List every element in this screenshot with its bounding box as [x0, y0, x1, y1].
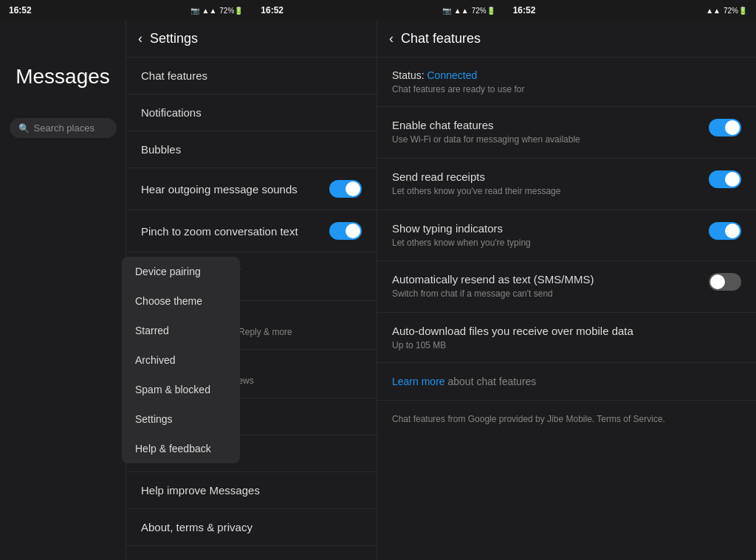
chat-status-section: Status: Connected Chat features are read… [377, 58, 756, 107]
time-2: 16:52 [261, 5, 284, 15]
panel-messages: Messages 🔍 Search places Device pairing … [0, 21, 126, 560]
dropdown-device-pairing[interactable]: Device pairing [122, 257, 240, 286]
time-3: 16:52 [513, 5, 536, 15]
settings-item-title-4: Pinch to zoom conversation text [141, 225, 298, 238]
settings-item-title-11: About, terms & privacy [141, 521, 252, 533]
chat-features-back-icon[interactable]: ‹ [389, 31, 394, 46]
settings-item-about[interactable]: About, terms & privacy [126, 509, 377, 546]
settings-item-title-3: Hear outgoing message sounds [141, 183, 298, 196]
chat-feature-subtitle-0: Use Wi-Fi or data for messaging when ava… [392, 134, 701, 146]
status-line: Status: Connected [392, 69, 741, 81]
learn-more-after: about chat features [445, 376, 537, 387]
learn-more-link[interactable]: Learn more [392, 376, 445, 387]
settings-back-icon[interactable]: ‹ [138, 31, 142, 46]
chat-feature-auto-resend[interactable]: Automatically resend as text (SMS/MMS) S… [377, 261, 756, 313]
settings-item-title-1: Notifications [141, 106, 202, 119]
auto-download-section[interactable]: Auto-download files you receive over mob… [377, 313, 756, 363]
chat-feature-subtitle-2: Let others know when you're typing [392, 237, 701, 249]
settings-item-title-2: Bubbles [141, 143, 181, 156]
footer-text: Chat features from Google provided by Ji… [392, 412, 741, 426]
status-bar-1: 16:52 📷 ▲▲ 72%🔋 [0, 0, 252, 21]
auto-download-title: Auto-download files you receive over mob… [392, 325, 741, 337]
read-receipts-toggle[interactable] [709, 170, 741, 188]
settings-item-title-10: Help improve Messages [141, 484, 260, 497]
chat-feature-subtitle-3: Switch from chat if a message can't send [392, 288, 701, 300]
settings-item-pinch-zoom[interactable]: Pinch to zoom conversation text [126, 210, 377, 252]
search-bar[interactable]: 🔍 Search places [10, 118, 117, 138]
learn-more-text: Learn more about chat features [392, 376, 536, 387]
sounds-toggle[interactable] [329, 180, 362, 198]
dropdown-starred[interactable]: Starred [122, 316, 240, 345]
settings-title: Settings [150, 31, 198, 46]
dropdown-help-feedback[interactable]: Help & feedback [122, 434, 240, 463]
search-placeholder: Search places [34, 122, 94, 134]
search-icon: 🔍 [18, 123, 30, 134]
icons-2: 📷 ▲▲ 72%🔋 [442, 7, 495, 15]
status-label: Status: [392, 69, 425, 81]
pinch-zoom-toggle[interactable] [329, 222, 362, 240]
chat-feature-title-0: Enable chat features [392, 119, 701, 131]
dropdown-spam-blocked[interactable]: Spam & blocked [122, 375, 240, 404]
settings-item-notifications[interactable]: Notifications [126, 94, 377, 131]
panel-chat-features: ‹ Chat features Status: Connected Chat f… [377, 21, 756, 560]
settings-item-chat-features[interactable]: Chat features [126, 58, 377, 94]
dropdown-choose-theme[interactable]: Choose theme [122, 286, 240, 316]
settings-item-help-improve[interactable]: Help improve Messages [126, 472, 377, 509]
settings-item-title-0: Chat features [141, 69, 207, 82]
chat-feature-title-2: Show typing indicators [392, 222, 701, 235]
dropdown-settings[interactable]: Settings [122, 404, 240, 434]
chat-feature-enable[interactable]: Enable chat features Use Wi-Fi or data f… [377, 107, 756, 159]
footer-section: Chat features from Google provided by Ji… [377, 401, 756, 438]
chat-features-title: Chat features [401, 31, 481, 46]
chat-features-header: ‹ Chat features [377, 21, 756, 58]
dropdown-archived[interactable]: Archived [122, 345, 240, 375]
chat-feature-typing[interactable]: Show typing indicators Let others know w… [377, 210, 756, 262]
chat-feature-subtitle-1: Let others know you've read their messag… [392, 185, 701, 198]
chat-feature-title-3: Automatically resend as text (SMS/MMS) [392, 273, 701, 286]
dropdown-menu: Device pairing Choose theme Starred Arch… [122, 257, 240, 463]
status-bar-2: 16:52 📷 ▲▲ 72%🔋 [252, 0, 504, 21]
chat-feature-title-1: Send read receipts [392, 170, 701, 183]
time-1: 16:52 [9, 5, 32, 15]
status-bars: 16:52 📷 ▲▲ 72%🔋 16:52 📷 ▲▲ 72%🔋 16:52 ▲▲… [0, 0, 756, 21]
status-bar-3: 16:52 ▲▲ 72%🔋 [504, 0, 756, 21]
main-content: Messages 🔍 Search places Device pairing … [0, 21, 756, 560]
app-title: Messages [16, 65, 110, 89]
enable-chat-toggle[interactable] [709, 119, 741, 136]
settings-item-bubbles[interactable]: Bubbles [126, 131, 377, 168]
settings-item-sounds[interactable]: Hear outgoing message sounds [126, 168, 377, 210]
settings-header: ‹ Settings [126, 21, 377, 58]
status-description: Chat features are ready to use for [392, 84, 741, 94]
typing-toggle[interactable] [709, 222, 741, 240]
icons-1: 📷 ▲▲ 72%🔋 [190, 7, 244, 15]
icons-3: ▲▲ 72%🔋 [706, 7, 747, 15]
status-value: Connected [427, 69, 477, 81]
auto-resend-toggle[interactable] [709, 273, 741, 291]
chat-feature-read-receipts[interactable]: Send read receipts Let others know you'v… [377, 159, 756, 210]
auto-download-subtitle: Up to 105 MB [392, 340, 741, 350]
learn-more-section: Learn more about chat features [377, 363, 756, 401]
